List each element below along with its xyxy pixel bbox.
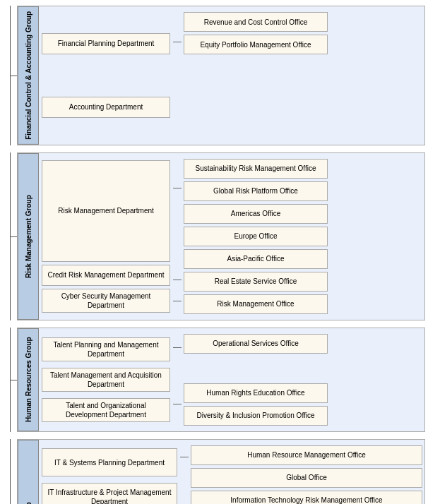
dept-talent-org-dev: Talent and Organizational Development De…	[42, 398, 170, 422]
financial-offices: Revenue and Cost Control Office Equity P…	[182, 9, 330, 142]
hr-offices: Operational Services Office Human Rights…	[182, 331, 330, 428]
dept-it-infra: IT Infrastructure & Project Management D…	[42, 483, 177, 504]
risk-connectors	[173, 156, 182, 317]
hr-gap	[184, 356, 328, 380]
hr-group: Human Resources Group Talent Planning an…	[17, 328, 425, 432]
office-revenue-cost: Revenue and Cost Control Office	[184, 12, 328, 32]
dept-it-planning: IT & Systems Planning Department	[42, 448, 177, 476]
office-americas: Americas Office	[184, 204, 328, 224]
dept-cyber-security-risk: Cyber Security Management Department	[42, 289, 170, 313]
dept-credit-risk: Credit Risk Management Department	[42, 265, 170, 286]
financial-depts: Financial Planning Department Accounting…	[39, 9, 173, 142]
it-section: IT & Systems Group IT & Systems Planning…	[3, 439, 425, 504]
risk-section: Risk Management Group Risk Management De…	[3, 152, 425, 320]
hr-group-label: Human Resources Group	[18, 328, 39, 431]
risk-side-line	[3, 152, 17, 320]
it-depts: IT & Systems Planning Department IT Infr…	[39, 443, 180, 504]
office-europe: Europe Office	[184, 227, 328, 246]
office-global: Global Office	[191, 468, 422, 488]
dept-talent-acq: Talent Management and Acquisition Depart…	[42, 368, 170, 392]
hr-connectors	[173, 331, 182, 428]
it-group: IT & Systems Group IT & Systems Planning…	[17, 439, 425, 504]
financial-group-label: Financial Control & Accounting Group	[18, 6, 39, 145]
risk-offices: Sustainability Risk Management Office Gl…	[182, 156, 330, 317]
office-equity-portfolio: Equity Portfolio Management Office	[184, 35, 328, 54]
org-chart: Financial Control & Accounting Group Fin…	[0, 0, 428, 504]
office-human-rights-edu: Human Rights Education Office	[184, 383, 328, 403]
it-group-label: IT & Systems Group	[18, 440, 39, 504]
financial-section: Financial Control & Accounting Group Fin…	[3, 6, 425, 145]
dept-financial-planning: Financial Planning Department	[42, 33, 170, 54]
it-side-line	[3, 439, 17, 504]
office-operational-services: Operational Services Office	[184, 334, 328, 354]
risk-group: Risk Management Group Risk Management De…	[17, 152, 425, 320]
financial-group: Financial Control & Accounting Group Fin…	[17, 6, 425, 145]
dept-risk-mgmt: Risk Management Department	[42, 160, 170, 262]
hr-depts: Talent Planning and Management Departmen…	[39, 331, 173, 428]
hr-side-line	[3, 328, 17, 432]
office-real-estate: Real Estate Service Office	[184, 272, 328, 292]
it-connectors	[180, 443, 189, 504]
risk-depts: Risk Management Department Credit Risk M…	[39, 156, 173, 317]
financial-gap	[184, 57, 328, 78]
office-risk-mgmt: Risk Management Office	[184, 294, 328, 314]
office-asia-pacific: Asia-Pacific Office	[184, 249, 328, 269]
office-global-risk-platform: Global Risk Platform Office	[184, 181, 328, 201]
office-it-risk: Information Technology Risk Management O…	[191, 491, 422, 504]
financial-connectors	[173, 9, 182, 142]
dept-talent-planning: Talent Planning and Management Departmen…	[42, 337, 170, 361]
office-sustainability-risk: Sustainability Risk Management Office	[184, 159, 328, 179]
risk-group-label: Risk Management Group	[18, 153, 39, 320]
dept-accounting: Accounting Department	[42, 97, 170, 118]
hr-section: Human Resources Group Talent Planning an…	[3, 328, 425, 432]
it-offices: Human Resource Management Office Global …	[189, 443, 424, 504]
office-hr-mgmt: Human Resource Management Office	[191, 445, 422, 465]
office-diversity-inclusion: Diversity & Inclusion Promotion Office	[184, 406, 328, 426]
financial-side-line	[3, 6, 17, 145]
